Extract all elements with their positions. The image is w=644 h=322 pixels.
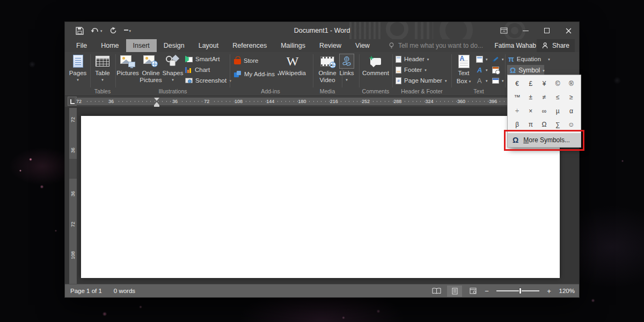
group-label-addins: Add-ins bbox=[232, 88, 309, 94]
symbol-cell[interactable]: ≥ bbox=[565, 91, 578, 105]
ribbon-tab[interactable]: Mailings bbox=[274, 39, 312, 52]
wikipedia-button[interactable]: W Wikipedia bbox=[277, 54, 308, 87]
group-separator bbox=[115, 54, 116, 87]
symbol-button[interactable]: Ω Symbol bbox=[507, 65, 544, 76]
quick-parts-button[interactable] bbox=[476, 54, 488, 64]
group-label-comments: Comments bbox=[361, 88, 390, 94]
minimize-icon bbox=[523, 31, 529, 31]
text-box-label2: Box bbox=[457, 78, 467, 85]
zoom-slider[interactable] bbox=[496, 290, 539, 291]
text-box-label: Text bbox=[458, 70, 469, 77]
symbol-cell[interactable]: ∞ bbox=[537, 104, 551, 118]
chart-button[interactable]: Chart bbox=[185, 65, 210, 75]
maximize-button[interactable] bbox=[536, 22, 558, 39]
ribbon-tab[interactable]: File bbox=[69, 39, 94, 52]
customize-qat-button[interactable] bbox=[124, 29, 131, 33]
symbol-cell[interactable]: ± bbox=[524, 91, 537, 105]
more-symbols-item[interactable]: Ω More Symbols... bbox=[508, 133, 581, 147]
close-button[interactable] bbox=[558, 22, 579, 39]
symbol-cell[interactable]: ☺ bbox=[565, 118, 578, 132]
ruler-numbers-right: 3672108144180216252288324360396432 bbox=[171, 98, 529, 105]
first-line-indent-marker[interactable] bbox=[154, 98, 159, 101]
document-page[interactable] bbox=[81, 116, 560, 278]
symbol-cell[interactable]: ¥ bbox=[537, 77, 551, 91]
object-button[interactable] bbox=[492, 76, 504, 85]
online-pictures-icon bbox=[143, 55, 158, 67]
text-box-button[interactable]: Text Box bbox=[453, 54, 474, 87]
chevron-down-icon bbox=[486, 68, 488, 72]
header-button[interactable]: Header bbox=[396, 54, 429, 64]
equation-button[interactable]: π Equation bbox=[508, 54, 550, 64]
zoom-in-button[interactable] bbox=[546, 287, 552, 295]
symbol-cell[interactable]: © bbox=[551, 77, 565, 91]
drop-cap-button[interactable] bbox=[476, 76, 488, 85]
word-count[interactable]: 0 words bbox=[114, 288, 135, 294]
shapes-button[interactable]: Shapes bbox=[163, 54, 182, 87]
symbol-cell[interactable]: ≠ bbox=[537, 91, 551, 105]
ribbon-tab[interactable]: Review bbox=[312, 39, 348, 52]
save-button[interactable] bbox=[76, 27, 84, 35]
symbol-cell[interactable]: Ω bbox=[537, 118, 551, 132]
symbol-cell[interactable]: ™ bbox=[510, 91, 524, 105]
ribbon-display-options-button[interactable] bbox=[493, 22, 515, 39]
page-indicator[interactable]: Page 1 of 1 bbox=[70, 288, 102, 294]
print-layout-button[interactable] bbox=[447, 286, 462, 297]
symbol-cell[interactable]: £ bbox=[524, 77, 537, 91]
ribbon-tab[interactable]: Design bbox=[157, 39, 192, 52]
title-bar: Document1 - Word bbox=[65, 22, 579, 39]
ribbon-tab[interactable]: References bbox=[225, 39, 274, 52]
ruler-number: 36 bbox=[70, 189, 76, 198]
redo-button[interactable] bbox=[109, 27, 117, 34]
smartart-button[interactable]: SmartArt bbox=[185, 54, 219, 64]
minimize-button[interactable] bbox=[515, 22, 536, 39]
ruler-number: 36 bbox=[70, 146, 76, 155]
symbol-cell[interactable]: ® bbox=[565, 77, 578, 91]
symbol-cell[interactable]: µ bbox=[551, 104, 565, 118]
zoom-out-button[interactable] bbox=[484, 287, 490, 295]
date-time-button[interactable] bbox=[492, 65, 499, 75]
ruler-number: 36 bbox=[107, 98, 115, 105]
my-addins-button[interactable]: My Add-ins bbox=[234, 69, 279, 79]
symbol-cell[interactable]: π bbox=[524, 118, 537, 132]
equation-icon: π bbox=[508, 55, 514, 63]
undo-button[interactable] bbox=[91, 27, 103, 34]
symbol-cell[interactable]: β bbox=[510, 118, 524, 132]
store-button[interactable]: Store bbox=[234, 56, 259, 65]
tell-me-box[interactable]: Tell me what you want to do... bbox=[389, 39, 483, 52]
share-button[interactable]: Share bbox=[537, 39, 575, 52]
table-button[interactable]: Table bbox=[92, 54, 113, 87]
read-mode-button[interactable] bbox=[429, 286, 444, 297]
pages-button[interactable]: Pages bbox=[67, 54, 89, 87]
screenshot-button[interactable]: Screenshot bbox=[185, 76, 231, 85]
symbol-cell[interactable]: × bbox=[524, 104, 537, 118]
footer-button[interactable]: Footer bbox=[396, 65, 427, 75]
date-time-icon bbox=[492, 67, 499, 74]
symbol-cell[interactable]: € bbox=[510, 77, 524, 91]
wordart-button[interactable] bbox=[476, 65, 488, 75]
ribbon-tab[interactable]: View bbox=[348, 39, 377, 52]
symbol-cell[interactable]: ÷ bbox=[510, 104, 524, 118]
horizontal-ruler[interactable]: 7236 3672108144180216252288324360396432 bbox=[79, 98, 563, 105]
ribbon-tab[interactable]: Home bbox=[94, 39, 126, 52]
signature-line-button[interactable] bbox=[492, 54, 504, 64]
zoom-slider-thumb[interactable] bbox=[519, 288, 522, 294]
web-layout-button[interactable] bbox=[465, 286, 480, 297]
shapes-label: Shapes bbox=[163, 70, 184, 77]
page-number-button[interactable]: Page Number bbox=[396, 76, 447, 85]
ruler-number: 216 bbox=[330, 98, 338, 105]
symbol-cell[interactable]: α bbox=[565, 104, 578, 118]
chevron-down-icon[interactable] bbox=[100, 29, 103, 33]
group-separator bbox=[451, 54, 452, 87]
signed-in-user[interactable]: Fatima Wahab bbox=[494, 39, 536, 52]
pictures-button[interactable]: Pictures bbox=[117, 54, 138, 87]
ribbon-tab[interactable]: Insert bbox=[126, 39, 157, 52]
symbol-cell[interactable]: ∑ bbox=[551, 118, 565, 132]
ribbon-tab[interactable]: Layout bbox=[192, 39, 226, 52]
zoom-level[interactable]: 120% bbox=[555, 288, 575, 294]
left-indent-marker[interactable] bbox=[154, 105, 159, 107]
vertical-ruler[interactable]: 7236 3672108 bbox=[69, 108, 77, 285]
online-pictures-button[interactable]: Online Pictures bbox=[139, 54, 163, 87]
comment-button[interactable]: + Comment bbox=[361, 54, 390, 87]
symbol-cell[interactable]: ≤ bbox=[551, 91, 565, 105]
links-button[interactable]: Links bbox=[336, 54, 357, 87]
